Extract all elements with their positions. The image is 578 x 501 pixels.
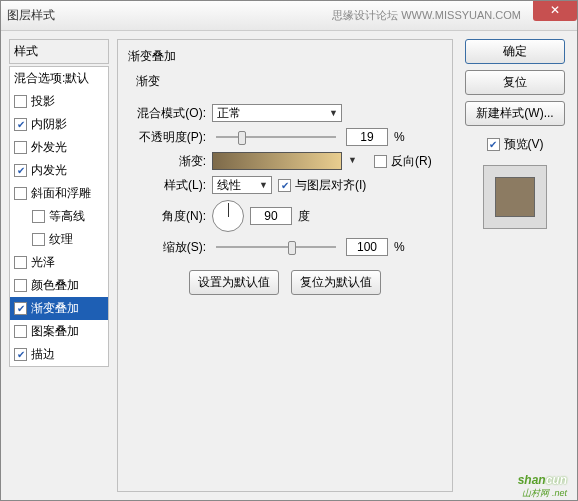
reverse-checkbox[interactable] (374, 155, 387, 168)
style-item-bevel-emboss[interactable]: 斜面和浮雕 (10, 182, 108, 205)
opacity-label: 不透明度(P): (128, 129, 206, 146)
preview-checkbox-group: 预览(V) (487, 136, 544, 153)
checkbox[interactable] (14, 279, 27, 292)
checkbox[interactable] (14, 95, 27, 108)
style-item-stroke[interactable]: 描边 (10, 343, 108, 366)
checkbox[interactable] (14, 187, 27, 200)
style-select[interactable]: 线性 (212, 176, 272, 194)
options-panel: 渐变叠加 渐变 混合模式(O): 正常 不透明度(P): 19 % 渐变: 反向… (117, 39, 453, 492)
angle-label: 角度(N): (128, 208, 206, 225)
checkbox[interactable] (14, 118, 27, 131)
blend-mode-label: 混合模式(O): (128, 105, 206, 122)
opacity-value[interactable]: 19 (346, 128, 388, 146)
style-item-pattern-overlay[interactable]: 图案叠加 (10, 320, 108, 343)
titlebar: 图层样式 思缘设计论坛 WWW.MISSYUAN.COM ✕ (1, 1, 577, 31)
checkbox[interactable] (14, 256, 27, 269)
reset-default-button[interactable]: 复位为默认值 (291, 270, 381, 295)
row-opacity: 不透明度(P): 19 % (128, 128, 442, 146)
scale-slider[interactable] (216, 246, 336, 248)
watermark: shancun 山村网 .net (518, 464, 567, 496)
close-button[interactable]: ✕ (533, 1, 577, 21)
angle-value[interactable]: 90 (250, 207, 292, 225)
reverse-checkbox-group: 反向(R) (374, 153, 432, 170)
panel-title: 渐变叠加 (128, 46, 442, 71)
align-checkbox[interactable] (278, 179, 291, 192)
checkbox[interactable] (14, 164, 27, 177)
scale-value[interactable]: 100 (346, 238, 388, 256)
style-item-contour[interactable]: 等高线 (10, 205, 108, 228)
checkbox[interactable] (14, 348, 27, 361)
action-column: 确定 复位 新建样式(W)... 预览(V) (461, 39, 569, 492)
style-item-gradient-overlay[interactable]: 渐变叠加 (10, 297, 108, 320)
style-item-satin[interactable]: 光泽 (10, 251, 108, 274)
blend-mode-select[interactable]: 正常 (212, 104, 342, 122)
angle-unit: 度 (298, 208, 310, 225)
style-item-inner-glow[interactable]: 内发光 (10, 159, 108, 182)
style-item-texture[interactable]: 纹理 (10, 228, 108, 251)
cancel-button[interactable]: 复位 (465, 70, 565, 95)
ok-button[interactable]: 确定 (465, 39, 565, 64)
preview-swatch (495, 177, 535, 217)
style-item-drop-shadow[interactable]: 投影 (10, 90, 108, 113)
preview-label: 预览(V) (504, 136, 544, 153)
row-defaults: 设置为默认值 复位为默认值 (128, 270, 442, 295)
checkbox[interactable] (32, 233, 45, 246)
percent-unit: % (394, 240, 405, 254)
window-title: 图层样式 (7, 7, 332, 24)
source-text: 思缘设计论坛 WWW.MISSYUAN.COM (332, 8, 521, 23)
set-default-button[interactable]: 设置为默认值 (189, 270, 279, 295)
layer-style-dialog: 图层样式 思缘设计论坛 WWW.MISSYUAN.COM ✕ 样式 混合选项:默… (0, 0, 578, 501)
row-blend-mode: 混合模式(O): 正常 (128, 104, 442, 122)
slider-thumb[interactable] (238, 131, 246, 145)
preview-checkbox[interactable] (487, 138, 500, 151)
style-item-inner-shadow[interactable]: 内阴影 (10, 113, 108, 136)
preview-box (483, 165, 547, 229)
row-scale: 缩放(S): 100 % (128, 238, 442, 256)
new-style-button[interactable]: 新建样式(W)... (465, 101, 565, 126)
percent-unit: % (394, 130, 405, 144)
content-area: 样式 混合选项:默认 投影 内阴影 外发光 内发光 斜面和浮雕 等高线 纹理 光… (1, 31, 577, 500)
style-item-color-overlay[interactable]: 颜色叠加 (10, 274, 108, 297)
row-gradient: 渐变: 反向(R) (128, 152, 442, 170)
styles-list: 混合选项:默认 投影 内阴影 外发光 内发光 斜面和浮雕 等高线 纹理 光泽 颜… (9, 66, 109, 367)
row-angle: 角度(N): 90 度 (128, 200, 442, 232)
blending-options-default[interactable]: 混合选项:默认 (10, 67, 108, 90)
checkbox[interactable] (32, 210, 45, 223)
styles-column: 样式 混合选项:默认 投影 内阴影 外发光 内发光 斜面和浮雕 等高线 纹理 光… (9, 39, 109, 492)
opacity-slider[interactable] (216, 136, 336, 138)
align-label: 与图层对齐(I) (295, 177, 366, 194)
scale-label: 缩放(S): (128, 239, 206, 256)
checkbox[interactable] (14, 302, 27, 315)
row-style: 样式(L): 线性 与图层对齐(I) (128, 176, 442, 194)
style-label: 样式(L): (128, 177, 206, 194)
style-item-outer-glow[interactable]: 外发光 (10, 136, 108, 159)
checkbox[interactable] (14, 141, 27, 154)
angle-dial[interactable] (212, 200, 244, 232)
gradient-picker[interactable] (212, 152, 342, 170)
slider-thumb[interactable] (288, 241, 296, 255)
panel-subtitle: 渐变 (128, 71, 442, 98)
reverse-label: 反向(R) (391, 153, 432, 170)
checkbox[interactable] (14, 325, 27, 338)
gradient-label: 渐变: (128, 153, 206, 170)
align-checkbox-group: 与图层对齐(I) (278, 177, 366, 194)
styles-header[interactable]: 样式 (9, 39, 109, 64)
